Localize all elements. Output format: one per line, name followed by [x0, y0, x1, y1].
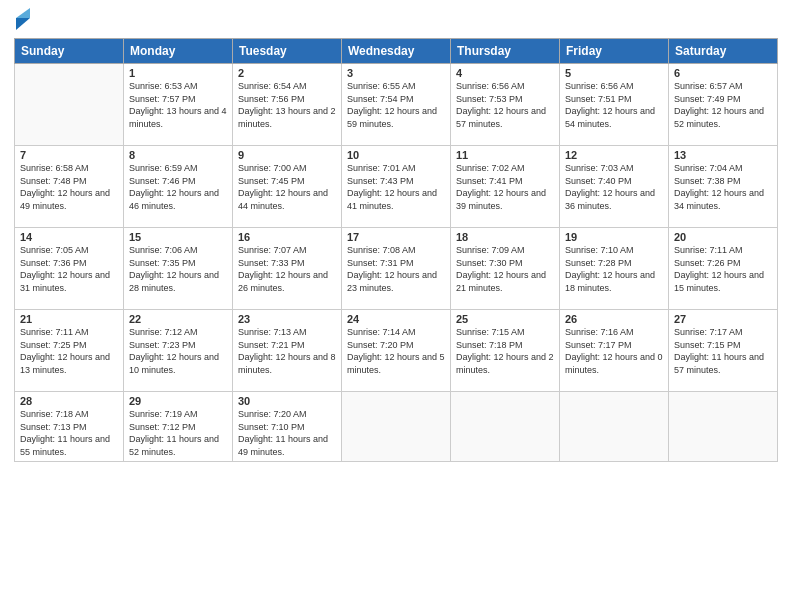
day-number: 21	[20, 313, 118, 325]
day-header-tuesday: Tuesday	[233, 39, 342, 64]
day-number: 28	[20, 395, 118, 407]
day-info: Sunrise: 7:11 AMSunset: 7:25 PMDaylight:…	[20, 326, 118, 376]
day-cell: 6Sunrise: 6:57 AMSunset: 7:49 PMDaylight…	[669, 64, 778, 146]
day-info: Sunrise: 6:55 AMSunset: 7:54 PMDaylight:…	[347, 80, 445, 130]
day-info: Sunrise: 7:13 AMSunset: 7:21 PMDaylight:…	[238, 326, 336, 376]
day-info: Sunrise: 7:14 AMSunset: 7:20 PMDaylight:…	[347, 326, 445, 376]
day-number: 27	[674, 313, 772, 325]
day-number: 15	[129, 231, 227, 243]
day-number: 30	[238, 395, 336, 407]
logo	[14, 10, 30, 30]
day-number: 22	[129, 313, 227, 325]
day-cell: 20Sunrise: 7:11 AMSunset: 7:26 PMDayligh…	[669, 228, 778, 310]
day-cell: 18Sunrise: 7:09 AMSunset: 7:30 PMDayligh…	[451, 228, 560, 310]
day-header-monday: Monday	[124, 39, 233, 64]
day-cell: 9Sunrise: 7:00 AMSunset: 7:45 PMDaylight…	[233, 146, 342, 228]
day-info: Sunrise: 7:17 AMSunset: 7:15 PMDaylight:…	[674, 326, 772, 376]
day-cell: 19Sunrise: 7:10 AMSunset: 7:28 PMDayligh…	[560, 228, 669, 310]
day-info: Sunrise: 7:08 AMSunset: 7:31 PMDaylight:…	[347, 244, 445, 294]
week-row-1: 1Sunrise: 6:53 AMSunset: 7:57 PMDaylight…	[15, 64, 778, 146]
day-number: 8	[129, 149, 227, 161]
day-number: 26	[565, 313, 663, 325]
day-info: Sunrise: 7:15 AMSunset: 7:18 PMDaylight:…	[456, 326, 554, 376]
day-info: Sunrise: 6:56 AMSunset: 7:53 PMDaylight:…	[456, 80, 554, 130]
day-cell: 13Sunrise: 7:04 AMSunset: 7:38 PMDayligh…	[669, 146, 778, 228]
day-info: Sunrise: 7:06 AMSunset: 7:35 PMDaylight:…	[129, 244, 227, 294]
day-cell: 4Sunrise: 6:56 AMSunset: 7:53 PMDaylight…	[451, 64, 560, 146]
day-info: Sunrise: 7:01 AMSunset: 7:43 PMDaylight:…	[347, 162, 445, 212]
day-cell: 12Sunrise: 7:03 AMSunset: 7:40 PMDayligh…	[560, 146, 669, 228]
day-number: 11	[456, 149, 554, 161]
day-number: 10	[347, 149, 445, 161]
day-number: 25	[456, 313, 554, 325]
day-info: Sunrise: 7:03 AMSunset: 7:40 PMDaylight:…	[565, 162, 663, 212]
day-number: 1	[129, 67, 227, 79]
day-cell: 29Sunrise: 7:19 AMSunset: 7:12 PMDayligh…	[124, 392, 233, 462]
day-number: 3	[347, 67, 445, 79]
day-cell: 21Sunrise: 7:11 AMSunset: 7:25 PMDayligh…	[15, 310, 124, 392]
day-header-wednesday: Wednesday	[342, 39, 451, 64]
day-info: Sunrise: 7:12 AMSunset: 7:23 PMDaylight:…	[129, 326, 227, 376]
day-cell: 22Sunrise: 7:12 AMSunset: 7:23 PMDayligh…	[124, 310, 233, 392]
day-cell	[560, 392, 669, 462]
day-info: Sunrise: 7:18 AMSunset: 7:13 PMDaylight:…	[20, 408, 118, 458]
day-cell: 25Sunrise: 7:15 AMSunset: 7:18 PMDayligh…	[451, 310, 560, 392]
day-number: 20	[674, 231, 772, 243]
day-number: 7	[20, 149, 118, 161]
day-number: 17	[347, 231, 445, 243]
day-cell: 1Sunrise: 6:53 AMSunset: 7:57 PMDaylight…	[124, 64, 233, 146]
day-number: 4	[456, 67, 554, 79]
day-info: Sunrise: 6:58 AMSunset: 7:48 PMDaylight:…	[20, 162, 118, 212]
day-cell: 5Sunrise: 6:56 AMSunset: 7:51 PMDaylight…	[560, 64, 669, 146]
day-number: 18	[456, 231, 554, 243]
day-cell	[451, 392, 560, 462]
day-cell: 23Sunrise: 7:13 AMSunset: 7:21 PMDayligh…	[233, 310, 342, 392]
day-info: Sunrise: 7:10 AMSunset: 7:28 PMDaylight:…	[565, 244, 663, 294]
day-info: Sunrise: 7:16 AMSunset: 7:17 PMDaylight:…	[565, 326, 663, 376]
day-cell: 14Sunrise: 7:05 AMSunset: 7:36 PMDayligh…	[15, 228, 124, 310]
day-info: Sunrise: 7:05 AMSunset: 7:36 PMDaylight:…	[20, 244, 118, 294]
day-info: Sunrise: 6:54 AMSunset: 7:56 PMDaylight:…	[238, 80, 336, 130]
header	[14, 10, 778, 30]
week-row-2: 7Sunrise: 6:58 AMSunset: 7:48 PMDaylight…	[15, 146, 778, 228]
day-cell	[342, 392, 451, 462]
day-cell	[669, 392, 778, 462]
day-cell: 15Sunrise: 7:06 AMSunset: 7:35 PMDayligh…	[124, 228, 233, 310]
day-cell	[15, 64, 124, 146]
day-cell: 7Sunrise: 6:58 AMSunset: 7:48 PMDaylight…	[15, 146, 124, 228]
day-info: Sunrise: 6:59 AMSunset: 7:46 PMDaylight:…	[129, 162, 227, 212]
day-number: 19	[565, 231, 663, 243]
day-info: Sunrise: 7:02 AMSunset: 7:41 PMDaylight:…	[456, 162, 554, 212]
day-number: 5	[565, 67, 663, 79]
calendar-page: SundayMondayTuesdayWednesdayThursdayFrid…	[0, 0, 792, 612]
day-header-thursday: Thursday	[451, 39, 560, 64]
day-cell: 3Sunrise: 6:55 AMSunset: 7:54 PMDaylight…	[342, 64, 451, 146]
day-cell: 30Sunrise: 7:20 AMSunset: 7:10 PMDayligh…	[233, 392, 342, 462]
day-info: Sunrise: 7:20 AMSunset: 7:10 PMDaylight:…	[238, 408, 336, 458]
day-cell: 27Sunrise: 7:17 AMSunset: 7:15 PMDayligh…	[669, 310, 778, 392]
day-header-saturday: Saturday	[669, 39, 778, 64]
day-number: 14	[20, 231, 118, 243]
day-info: Sunrise: 6:56 AMSunset: 7:51 PMDaylight:…	[565, 80, 663, 130]
day-cell: 26Sunrise: 7:16 AMSunset: 7:17 PMDayligh…	[560, 310, 669, 392]
day-cell: 2Sunrise: 6:54 AMSunset: 7:56 PMDaylight…	[233, 64, 342, 146]
day-info: Sunrise: 6:53 AMSunset: 7:57 PMDaylight:…	[129, 80, 227, 130]
day-number: 23	[238, 313, 336, 325]
day-cell: 11Sunrise: 7:02 AMSunset: 7:41 PMDayligh…	[451, 146, 560, 228]
day-info: Sunrise: 7:19 AMSunset: 7:12 PMDaylight:…	[129, 408, 227, 458]
day-cell: 10Sunrise: 7:01 AMSunset: 7:43 PMDayligh…	[342, 146, 451, 228]
day-cell: 24Sunrise: 7:14 AMSunset: 7:20 PMDayligh…	[342, 310, 451, 392]
logo-icon	[16, 8, 30, 30]
day-number: 6	[674, 67, 772, 79]
day-header-friday: Friday	[560, 39, 669, 64]
day-cell: 8Sunrise: 6:59 AMSunset: 7:46 PMDaylight…	[124, 146, 233, 228]
day-number: 9	[238, 149, 336, 161]
day-info: Sunrise: 6:57 AMSunset: 7:49 PMDaylight:…	[674, 80, 772, 130]
day-number: 29	[129, 395, 227, 407]
week-row-4: 21Sunrise: 7:11 AMSunset: 7:25 PMDayligh…	[15, 310, 778, 392]
day-number: 2	[238, 67, 336, 79]
header-row: SundayMondayTuesdayWednesdayThursdayFrid…	[15, 39, 778, 64]
day-header-sunday: Sunday	[15, 39, 124, 64]
week-row-3: 14Sunrise: 7:05 AMSunset: 7:36 PMDayligh…	[15, 228, 778, 310]
day-info: Sunrise: 7:09 AMSunset: 7:30 PMDaylight:…	[456, 244, 554, 294]
